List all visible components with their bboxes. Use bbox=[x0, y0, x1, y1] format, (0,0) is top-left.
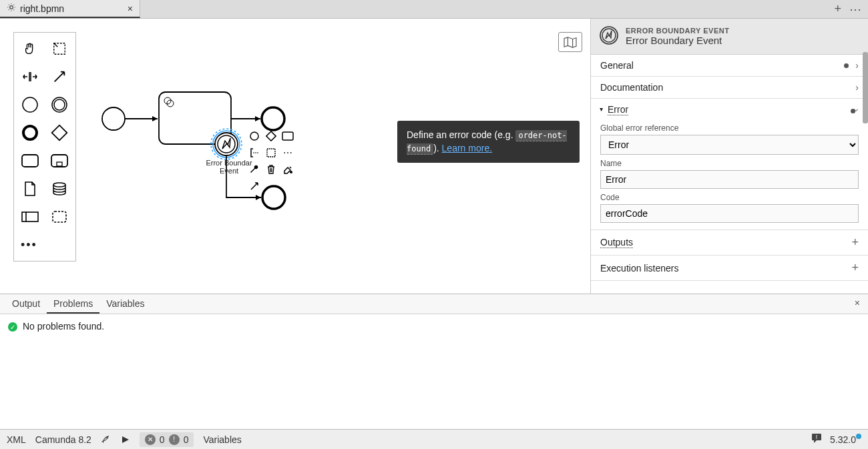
svg-marker-18 bbox=[256, 195, 261, 200]
element-type-label: ERROR BOUNDARY EVENT bbox=[626, 27, 729, 35]
plus-icon[interactable]: + bbox=[851, 261, 859, 275]
start-event-tool[interactable] bbox=[17, 93, 43, 117]
xml-toggle[interactable]: XML bbox=[7, 434, 26, 445]
svg-marker-13 bbox=[152, 116, 158, 121]
connect-tool[interactable] bbox=[46, 65, 73, 89]
diagram-canvas[interactable]: ••• bbox=[0, 19, 590, 294]
gateway-tool[interactable] bbox=[46, 121, 73, 145]
rocket-icon[interactable] bbox=[101, 434, 112, 445]
connect-icon[interactable] bbox=[247, 179, 262, 193]
chevron-right-icon: › bbox=[855, 60, 859, 71]
version-label[interactable]: 5.32.0 bbox=[830, 434, 861, 445]
play-icon[interactable] bbox=[121, 435, 130, 444]
warning-count-icon: ! bbox=[169, 434, 180, 445]
variables-toggle[interactable]: Variables bbox=[203, 434, 241, 445]
context-pad: ⋯ bbox=[247, 129, 295, 193]
group-tool[interactable] bbox=[46, 205, 73, 229]
indicator-dot bbox=[844, 63, 849, 68]
subprocess-tool[interactable] bbox=[46, 149, 73, 173]
chevron-right-icon: › bbox=[855, 82, 859, 93]
tab-filename: right.bpmn bbox=[20, 3, 64, 14]
problems-body: ✓ No problems found. bbox=[0, 314, 868, 448]
lint-tooltip: Define an error code (e.g. order-not-fou… bbox=[397, 121, 580, 163]
problems-message: No problems found. bbox=[23, 321, 104, 332]
svg-marker-16 bbox=[255, 116, 260, 121]
tab-output[interactable]: Output bbox=[5, 294, 47, 314]
section-error-header[interactable]: ▸ Error › bbox=[591, 99, 868, 115]
close-icon[interactable]: × bbox=[128, 3, 133, 14]
tool-palette: ••• bbox=[13, 32, 76, 262]
new-tab-button[interactable]: + bbox=[834, 2, 841, 16]
svg-marker-30 bbox=[814, 440, 817, 443]
svg-point-19 bbox=[250, 132, 258, 140]
svg-point-24 bbox=[290, 171, 292, 173]
error-name-input[interactable] bbox=[600, 170, 859, 189]
bottom-tabs: Output Problems Variables × bbox=[0, 294, 868, 314]
svg-point-27 bbox=[106, 437, 107, 438]
file-tab[interactable]: right.bpmn × bbox=[0, 0, 140, 18]
plus-icon[interactable]: + bbox=[851, 236, 859, 250]
svg-marker-28 bbox=[122, 436, 129, 443]
append-task[interactable] bbox=[280, 129, 295, 143]
error-name-label: Name bbox=[600, 159, 859, 168]
gear-icon bbox=[7, 3, 16, 14]
check-icon: ✓ bbox=[8, 322, 17, 332]
section-documentation[interactable]: Documentation › bbox=[591, 77, 868, 99]
element-name: Error Boundary Event bbox=[626, 35, 729, 46]
append-gateway[interactable] bbox=[264, 129, 278, 143]
hand-tool[interactable] bbox=[17, 37, 43, 61]
error-event-icon bbox=[599, 25, 619, 47]
lint-status[interactable]: ✕0 !0 bbox=[140, 432, 194, 447]
minimap-toggle[interactable] bbox=[558, 32, 582, 52]
svg-point-4 bbox=[23, 126, 37, 139]
change-type[interactable] bbox=[264, 145, 278, 160]
section-error-body: Global error reference Error Name Code bbox=[591, 115, 868, 230]
chevron-down-icon: ▸ bbox=[598, 108, 606, 111]
start-event[interactable] bbox=[102, 107, 125, 130]
learn-more-link[interactable]: Learn more. bbox=[442, 143, 492, 153]
space-tool[interactable] bbox=[17, 65, 43, 89]
global-error-ref-select[interactable]: Error bbox=[600, 135, 859, 155]
more-tools[interactable]: ••• bbox=[17, 233, 73, 257]
status-bar: XML Camunda 8.2 ✕0 !0 Variables ! 5.32.0 bbox=[0, 429, 868, 449]
end-event-tool[interactable] bbox=[17, 121, 43, 145]
data-store-tool[interactable] bbox=[46, 177, 73, 201]
close-panel-icon[interactable]: × bbox=[852, 294, 863, 314]
pool-tool[interactable] bbox=[17, 205, 43, 229]
intermediate-event-tool[interactable] bbox=[46, 93, 73, 117]
task-tool[interactable] bbox=[17, 149, 43, 173]
panel-scrollbar[interactable] bbox=[863, 52, 868, 123]
section-general[interactable]: General › bbox=[591, 55, 868, 77]
data-object-tool[interactable] bbox=[17, 177, 43, 201]
end-event[interactable] bbox=[262, 107, 284, 130]
append-event[interactable] bbox=[247, 129, 262, 143]
svg-text:!: ! bbox=[816, 434, 818, 440]
error-code-input[interactable] bbox=[600, 204, 859, 223]
error-code-label: Code bbox=[600, 193, 859, 202]
svg-rect-6 bbox=[22, 155, 38, 167]
properties-panel: ERROR BOUNDARY EVENT Error Boundary Even… bbox=[590, 19, 868, 294]
lasso-tool[interactable] bbox=[46, 37, 73, 61]
tab-variables[interactable]: Variables bbox=[99, 294, 151, 314]
platform-select[interactable]: Camunda 8.2 bbox=[35, 434, 91, 445]
section-execution-listeners[interactable]: Execution listeners + bbox=[591, 256, 868, 281]
section-outputs[interactable]: Outputs + bbox=[591, 230, 868, 256]
bottom-panel: Output Problems Variables × ✓ No problem… bbox=[0, 294, 868, 448]
svg-point-9 bbox=[53, 183, 65, 187]
chevron-down-icon: › bbox=[852, 108, 863, 111]
tab-problems[interactable]: Problems bbox=[47, 294, 99, 314]
feedback-icon[interactable]: ! bbox=[811, 433, 822, 446]
color-icon[interactable] bbox=[280, 162, 295, 177]
svg-rect-5 bbox=[52, 125, 67, 141]
svg-rect-7 bbox=[51, 155, 67, 167]
wrench-icon[interactable] bbox=[247, 162, 262, 177]
svg-rect-23 bbox=[267, 149, 275, 157]
global-error-ref-label: Global error reference bbox=[600, 123, 859, 133]
more-menu-button[interactable]: ⋯ bbox=[849, 2, 861, 17]
tab-bar: right.bpmn × + ⋯ bbox=[0, 0, 868, 19]
annotation[interactable] bbox=[247, 145, 262, 160]
more-actions[interactable]: ⋯ bbox=[280, 145, 295, 160]
main-area: ••• bbox=[0, 19, 868, 294]
delete-icon[interactable] bbox=[264, 162, 278, 177]
panel-header: ERROR BOUNDARY EVENT Error Boundary Even… bbox=[591, 19, 868, 55]
